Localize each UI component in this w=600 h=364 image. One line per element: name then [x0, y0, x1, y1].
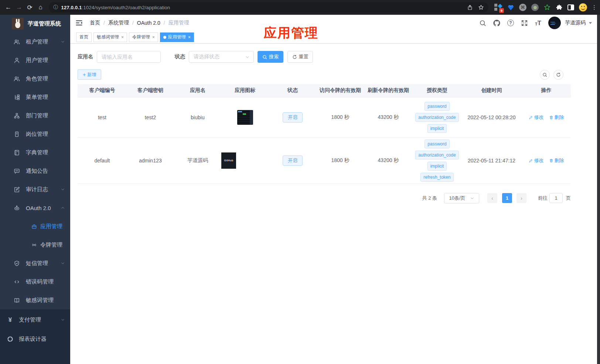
tab-0[interactable]: 首页: [76, 32, 92, 42]
github-icon[interactable]: [493, 20, 500, 27]
sidebar-item-13[interactable]: 错误码管理: [0, 272, 70, 291]
refresh-button[interactable]: [553, 70, 563, 80]
browser-forward-button[interactable]: →: [14, 2, 24, 13]
cell-grant-types: passwordauthorization_codeimplicit: [413, 97, 461, 137]
profile-avatar-icon[interactable]: [579, 3, 587, 11]
cell-client-id: default: [78, 137, 127, 183]
cell-secret: test2: [127, 97, 174, 137]
sidebar-item-10[interactable]: 应用管理: [0, 217, 70, 236]
sidebar-item-5[interactable]: 岗位管理: [0, 125, 70, 143]
grant-type-tag: refresh_token: [420, 173, 453, 182]
sidebar-item-label: 错误码管理: [26, 278, 54, 285]
username[interactable]: 芋道源码: [565, 20, 586, 26]
chevron-down-icon: [470, 196, 474, 200]
browser-menu-icon[interactable]: ⋮: [592, 4, 597, 11]
extension-command-icon[interactable]: ⌘: [519, 4, 526, 11]
sidebar-item-6[interactable]: 字典管理: [0, 143, 70, 162]
grant-type-tag: authorization_code: [415, 113, 458, 122]
column-header: 客户端编号: [78, 84, 127, 97]
dict-icon: [14, 150, 20, 156]
close-icon[interactable]: ×: [121, 35, 124, 40]
chevron-down-icon: [61, 317, 65, 322]
current-page-button[interactable]: 1: [502, 193, 512, 203]
cell-refresh-ttl: 43200 秒: [364, 137, 413, 183]
breadcrumb-separator: /: [132, 20, 134, 26]
user-avatar[interactable]: [548, 17, 561, 29]
sidebar-item-14[interactable]: 敏感词管理: [0, 291, 70, 309]
edit-button[interactable]: 修改: [529, 114, 544, 121]
chevron-down-icon[interactable]: [589, 22, 592, 24]
tab-label: 首页: [79, 34, 88, 40]
extension-badge: 9: [499, 8, 504, 13]
search-icon[interactable]: [479, 20, 486, 27]
edit-button[interactable]: 修改: [529, 157, 544, 164]
breadcrumb-item[interactable]: OAuth 2.0: [137, 20, 160, 26]
column-header: 客户端密钥: [127, 84, 174, 97]
sidebar-menu: 租户管理用户管理角色管理菜单管理部门管理岗位管理字典管理通知公告审计日志OAut…: [0, 32, 70, 309]
sidebar-item-16[interactable]: 报表设计器: [0, 329, 70, 348]
extension-record-icon[interactable]: [531, 4, 539, 11]
tab-label: 应用管理: [168, 34, 186, 40]
sidebar-fold-icon[interactable]: [75, 19, 83, 27]
url-bar[interactable]: ⓘ 127.0.0.1 :1024/system/oauth2/oauth2/a…: [49, 2, 488, 13]
help-icon[interactable]: ?: [507, 20, 514, 26]
delete-button[interactable]: 删除: [549, 114, 564, 121]
browser-back-button[interactable]: ←: [3, 2, 14, 13]
message-icon: [14, 168, 20, 174]
column-header: 状态: [269, 84, 317, 97]
browser-home-button[interactable]: ⌂: [35, 2, 46, 13]
sidebar-item-1[interactable]: 用户管理: [0, 51, 70, 69]
tab-3[interactable]: 应用管理×: [160, 32, 194, 42]
close-icon[interactable]: ×: [188, 35, 191, 40]
cell-app-icon: GitHub: [221, 137, 269, 183]
breadcrumb-item[interactable]: 系统管理: [108, 20, 129, 26]
sidebar-item-12[interactable]: 短信管理: [0, 254, 70, 272]
browser-reload-button[interactable]: ⟳: [24, 2, 35, 13]
extensions-puzzle-icon[interactable]: [556, 4, 563, 11]
top-navbar: 首页/系统管理/OAuth 2.0/应用管理 ? TT 芋道源码: [70, 15, 600, 31]
next-page-button[interactable]: ›: [517, 193, 526, 203]
font-size-icon[interactable]: TT: [535, 20, 541, 26]
delete-button[interactable]: 删除: [549, 157, 564, 164]
tab-2[interactable]: 令牌管理×: [129, 32, 158, 42]
plus-icon: +: [83, 72, 86, 77]
app-name-input[interactable]: [97, 51, 161, 63]
grant-type-tag: implicit: [427, 124, 447, 133]
goto-page-input[interactable]: [549, 193, 563, 203]
sidebar-item-7[interactable]: 通知公告: [0, 162, 70, 180]
share-icon[interactable]: [467, 4, 473, 10]
sidebar-item-8[interactable]: 审计日志: [0, 180, 70, 199]
sidebar-item-4[interactable]: 部门管理: [0, 106, 70, 125]
breadcrumb-item[interactable]: 首页: [90, 20, 100, 26]
window-scrollbar[interactable]: [597, 15, 600, 364]
chevron-down-icon: [61, 261, 65, 265]
bookmark-star-icon[interactable]: [478, 4, 484, 10]
sidebar-item-9[interactable]: OAuth 2.0: [0, 199, 70, 217]
app-logo[interactable]: 芋道管理系统: [0, 15, 70, 32]
site-info-icon[interactable]: ⓘ: [53, 4, 58, 11]
cell-app-name: 芋道源码: [174, 137, 221, 183]
sidebar-item-3[interactable]: 菜单管理: [0, 88, 70, 106]
extension-blocks-icon[interactable]: 9: [494, 3, 502, 11]
sidebar-item-15[interactable]: ¥支付管理: [0, 310, 70, 329]
sidebar-item-11[interactable]: 令牌管理: [0, 236, 70, 254]
add-button[interactable]: + 新增: [78, 69, 101, 80]
status-select[interactable]: 请选择状态: [189, 51, 254, 63]
prev-page-button[interactable]: ‹: [487, 193, 497, 203]
side-panel-icon[interactable]: [567, 4, 574, 10]
toggle-search-button[interactable]: [540, 70, 550, 80]
sidebar-item-2[interactable]: 角色管理: [0, 69, 70, 88]
close-icon[interactable]: ×: [152, 35, 155, 40]
search-button[interactable]: 搜索: [258, 51, 283, 63]
extension-gem-icon[interactable]: [507, 4, 514, 11]
extension-star-icon[interactable]: [543, 4, 551, 11]
cell-status: 开启: [269, 97, 317, 137]
sidebar-item-label: 岗位管理: [26, 131, 48, 138]
page-size-select[interactable]: 10条/页: [444, 193, 479, 203]
sidebar: 芋道管理系统 租户管理用户管理角色管理菜单管理部门管理岗位管理字典管理通知公告审…: [0, 15, 70, 364]
reset-button[interactable]: 重置: [287, 51, 313, 63]
tab-1[interactable]: 敏感词管理×: [93, 32, 127, 42]
fullscreen-icon[interactable]: [521, 20, 528, 27]
cell-grant-types: passwordauthorization_codeimplicitrefres…: [413, 137, 461, 183]
sidebar-item-0[interactable]: 租户管理: [0, 32, 70, 51]
